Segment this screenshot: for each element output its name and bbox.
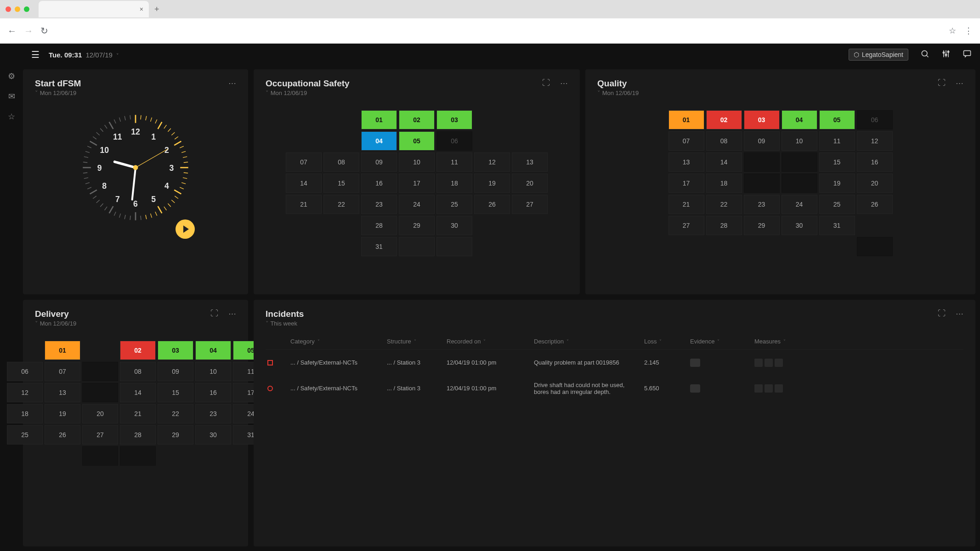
day-cell[interactable]: 24: [399, 195, 435, 214]
day-cell[interactable]: [82, 446, 118, 466]
day-cell[interactable]: 27: [82, 425, 118, 444]
day-cell[interactable]: 04: [361, 131, 397, 151]
day-cell[interactable]: [82, 383, 118, 402]
column-header[interactable]: Measures˅: [754, 338, 800, 345]
day-cell[interactable]: 18: [7, 404, 43, 423]
day-cell[interactable]: 07: [45, 362, 80, 381]
day-cell[interactable]: 09: [744, 131, 780, 151]
day-cell[interactable]: 22: [706, 195, 742, 214]
day-cell[interactable]: [782, 174, 817, 193]
day-cell[interactable]: 14: [706, 152, 742, 172]
rail-inbox-icon[interactable]: ✉: [8, 91, 15, 101]
new-tab-icon[interactable]: +: [154, 5, 159, 14]
topbar-datetime[interactable]: Tue. 09:31 12/07/19 ˅: [49, 51, 119, 59]
rail-star-icon[interactable]: ☆: [8, 112, 15, 122]
table-row[interactable]: ... / Safety/External-NCTs ... / Station…: [266, 350, 963, 376]
card-subtitle[interactable]: Mon 12/06/19: [266, 90, 350, 96]
day-cell[interactable]: 14: [286, 174, 322, 193]
day-cell[interactable]: 13: [45, 383, 80, 402]
day-cell[interactable]: 09: [158, 362, 193, 381]
day-cell[interactable]: 13: [512, 152, 548, 172]
measures-icons[interactable]: [754, 384, 800, 393]
day-cell[interactable]: 05: [399, 131, 435, 151]
day-cell[interactable]: 16: [857, 152, 893, 172]
forward-icon[interactable]: →: [24, 26, 33, 36]
more-icon[interactable]: ⋯: [228, 309, 236, 319]
day-cell[interactable]: 10: [195, 362, 231, 381]
day-cell[interactable]: [857, 237, 893, 256]
day-cell[interactable]: 09: [361, 152, 397, 172]
day-cell[interactable]: 08: [706, 131, 742, 151]
evidence-icon[interactable]: [690, 359, 700, 367]
day-cell[interactable]: 08: [120, 362, 156, 381]
day-cell[interactable]: 06: [857, 110, 893, 129]
day-cell[interactable]: 23: [361, 195, 397, 214]
day-cell[interactable]: 10: [399, 152, 435, 172]
day-cell[interactable]: 12: [474, 152, 510, 172]
day-cell[interactable]: [399, 237, 435, 256]
day-cell[interactable]: 08: [323, 152, 359, 172]
day-cell[interactable]: 21: [286, 195, 322, 214]
day-cell[interactable]: 07: [668, 131, 704, 151]
day-cell[interactable]: 22: [158, 404, 193, 423]
day-cell[interactable]: 29: [158, 425, 193, 444]
day-cell[interactable]: 16: [195, 383, 231, 402]
play-button[interactable]: [176, 219, 195, 239]
day-cell[interactable]: 04: [782, 110, 817, 129]
maximize-window-icon[interactable]: [24, 6, 29, 12]
day-cell[interactable]: 30: [195, 425, 231, 444]
browser-menu-icon[interactable]: ⋮: [964, 26, 973, 36]
day-cell[interactable]: 10: [782, 131, 817, 151]
day-cell[interactable]: 18: [436, 174, 472, 193]
day-cell[interactable]: 25: [819, 195, 855, 214]
column-header[interactable]: Category˅: [290, 338, 382, 345]
day-cell[interactable]: 17: [399, 174, 435, 193]
more-icon[interactable]: ⋯: [956, 309, 963, 319]
close-tab-icon[interactable]: ×: [140, 6, 143, 13]
day-cell[interactable]: 28: [706, 216, 742, 235]
bookmark-icon[interactable]: ☆: [949, 26, 956, 36]
day-cell[interactable]: 02: [706, 110, 742, 129]
column-header[interactable]: Evidence˅: [690, 338, 750, 345]
search-icon[interactable]: [920, 49, 929, 61]
day-cell[interactable]: 30: [436, 216, 472, 235]
day-cell[interactable]: 12: [857, 131, 893, 151]
table-row[interactable]: ... / Safety/External-NCTs ... / Station…: [266, 376, 963, 401]
day-cell[interactable]: 27: [512, 195, 548, 214]
column-header[interactable]: Structure˅: [387, 338, 442, 345]
card-subtitle[interactable]: Mon 12/06/19: [597, 90, 639, 96]
column-header[interactable]: Loss˅: [644, 338, 685, 345]
day-cell[interactable]: [120, 446, 156, 466]
day-cell[interactable]: 31: [819, 216, 855, 235]
column-header[interactable]: Recorded on˅: [447, 338, 529, 345]
day-cell[interactable]: 05: [819, 110, 855, 129]
minimize-window-icon[interactable]: [15, 6, 20, 12]
day-cell[interactable]: 15: [323, 174, 359, 193]
day-cell[interactable]: 23: [195, 404, 231, 423]
day-cell[interactable]: 24: [782, 195, 817, 214]
day-cell[interactable]: 02: [399, 110, 435, 129]
day-cell[interactable]: 11: [819, 131, 855, 151]
day-cell[interactable]: 06: [7, 362, 43, 381]
more-icon[interactable]: ⋯: [956, 79, 963, 88]
day-cell[interactable]: 29: [399, 216, 435, 235]
evidence-icon[interactable]: [690, 384, 700, 393]
day-cell[interactable]: 27: [668, 216, 704, 235]
day-cell[interactable]: 29: [744, 216, 780, 235]
day-cell[interactable]: 04: [195, 341, 231, 360]
day-cell[interactable]: 26: [857, 195, 893, 214]
day-cell[interactable]: [82, 362, 118, 381]
day-cell[interactable]: 07: [286, 152, 322, 172]
day-cell[interactable]: 20: [857, 174, 893, 193]
more-icon[interactable]: ⋯: [560, 79, 568, 88]
day-cell[interactable]: 17: [668, 174, 704, 193]
day-cell[interactable]: 23: [744, 195, 780, 214]
expand-icon[interactable]: ⛶: [938, 309, 946, 319]
day-cell[interactable]: 15: [158, 383, 193, 402]
day-cell[interactable]: 06: [436, 131, 472, 151]
day-cell[interactable]: [782, 152, 817, 172]
rail-tree-icon[interactable]: ⚙: [8, 71, 15, 81]
menu-icon[interactable]: ☰: [31, 49, 40, 60]
card-subtitle[interactable]: Mon 12/06/19: [35, 320, 76, 327]
day-cell[interactable]: 26: [474, 195, 510, 214]
